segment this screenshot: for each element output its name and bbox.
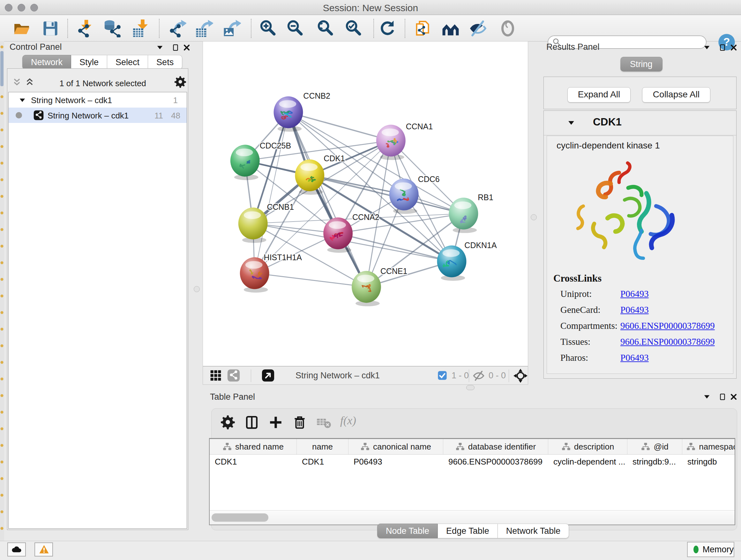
node-CCNE1[interactable] — [352, 271, 381, 307]
toolbar-separator — [251, 19, 252, 38]
edge-CCNE1-HIST1H1A[interactable] — [255, 273, 366, 287]
column-header-description[interactable]: description — [548, 439, 627, 454]
crosslink-link[interactable]: P06493 — [620, 289, 649, 299]
tab-style[interactable]: Style — [71, 55, 107, 70]
collection-count: 1 — [173, 96, 178, 105]
tab-sets[interactable]: Sets — [148, 55, 182, 70]
save-session-icon[interactable] — [42, 19, 59, 37]
node-CCNB2[interactable] — [274, 97, 303, 132]
delete-column-icon[interactable] — [292, 415, 307, 430]
control-panel-collapse-icon[interactable] — [156, 44, 164, 52]
crosslink-link[interactable]: 9606.ENSP00000378699 — [620, 336, 715, 347]
control-panel-close-icon[interactable] — [183, 44, 191, 52]
tab-edge-table[interactable]: Edge Table — [438, 523, 498, 538]
network-collection-row[interactable]: String Network – cdk1 1 — [9, 92, 187, 108]
tab-string[interactable]: String — [620, 57, 663, 71]
export-network-icon[interactable] — [169, 19, 186, 37]
network-canvas[interactable]: CCNB2CCNB2CCNA1CCNA1CDC25BCDC25BCDK1CDK1… — [203, 41, 528, 366]
results-panel-float-icon[interactable] — [718, 44, 727, 52]
column-header-name[interactable]: name — [297, 439, 348, 454]
column-header-shared-name[interactable]: shared name — [210, 439, 297, 454]
node-HIST1H1A[interactable] — [240, 257, 269, 293]
refresh-network-icon[interactable] — [378, 19, 396, 37]
collection-expand-icon[interactable] — [18, 96, 26, 105]
control-panel-float-icon[interactable] — [172, 44, 180, 52]
results-panel-close-icon[interactable] — [730, 44, 738, 52]
node-CDKN1A[interactable] — [437, 246, 467, 281]
warnings-button[interactable] — [35, 543, 53, 557]
open-session-icon[interactable] — [13, 19, 30, 37]
hide-selected-icon[interactable] — [469, 19, 487, 37]
detach-view-icon[interactable] — [262, 369, 274, 382]
expand-all-networks-icon[interactable] — [25, 77, 35, 87]
horizontal-splitter-handle[interactable] — [466, 385, 475, 390]
table-horizontal-scrollbar[interactable] — [210, 510, 735, 524]
tab-network-table[interactable]: Network Table — [498, 523, 569, 538]
grid-view-icon[interactable] — [209, 369, 222, 382]
column-header-@id[interactable]: @id — [627, 439, 682, 454]
string-network-graph[interactable]: CCNB2CCNB2CCNA1CCNA1CDC25BCDC25BCDK1CDK1… — [203, 42, 528, 366]
section-collapse-icon[interactable] — [567, 118, 576, 127]
memory-button[interactable]: Memory — [687, 542, 734, 557]
column-header-namespace[interactable]: namespace — [682, 439, 735, 454]
table-cell[interactable]: stringdb — [682, 454, 735, 469]
node-section-header[interactable]: CDK1 — [544, 111, 736, 135]
node-RB1[interactable] — [449, 198, 478, 233]
collapse-all-button[interactable]: Collapse All — [642, 87, 711, 103]
import-network-from-database-icon[interactable] — [104, 19, 121, 37]
main-toolbar: ? — [0, 15, 741, 42]
table-cell[interactable]: 9606.ENSP00000378699 — [443, 454, 548, 469]
table-scrollbar-thumb[interactable] — [212, 513, 268, 522]
string-view-icon[interactable] — [227, 369, 240, 382]
expand-all-button[interactable]: Expand All — [567, 87, 630, 103]
show-graphics-details-icon[interactable] — [499, 19, 517, 37]
duplicate-network-icon[interactable] — [414, 19, 432, 37]
zoom-fit-icon[interactable] — [317, 19, 334, 37]
add-column-icon[interactable] — [268, 415, 283, 430]
column-header-canonical-name[interactable]: canonical name — [348, 439, 443, 454]
table-panel-collapse-icon[interactable] — [703, 393, 711, 401]
table-cell[interactable]: CDK1 — [297, 454, 348, 469]
hidden-eye-slash-icon[interactable] — [473, 370, 485, 382]
left-splitter-handle[interactable] — [194, 286, 200, 292]
export-image-icon[interactable] — [223, 19, 241, 37]
cloud-status-button[interactable] — [7, 543, 26, 557]
column-header-database-identifier[interactable]: database identifier — [443, 439, 548, 454]
crosslink-link[interactable]: P06493 — [620, 305, 649, 315]
table-cell[interactable]: CDK1 — [210, 454, 297, 469]
delete-table-icon[interactable] — [316, 415, 331, 430]
tab-network[interactable]: Network — [22, 55, 71, 70]
zoom-out-icon[interactable] — [286, 19, 304, 37]
birdseye-crosshair-icon[interactable] — [513, 368, 528, 383]
zoom-in-icon[interactable] — [259, 19, 277, 37]
results-panel-title: Results Panel — [546, 42, 600, 52]
collapse-all-networks-icon[interactable] — [12, 77, 22, 87]
tab-node-table[interactable]: Node Table — [377, 523, 438, 538]
import-table-from-file-icon[interactable] — [131, 19, 149, 37]
crosslink-link[interactable]: 9606.ENSP00000378699 — [620, 320, 715, 331]
table-cell[interactable]: cyclin-dependent ... — [548, 454, 627, 469]
crosslink-link[interactable]: P06493 — [620, 353, 649, 363]
table-cell[interactable]: P06493 — [348, 454, 443, 469]
right-splitter-handle[interactable] — [531, 214, 537, 220]
table-panel-close-icon[interactable] — [730, 393, 738, 401]
export-table-icon[interactable] — [195, 19, 213, 37]
first-neighbors-icon[interactable] — [442, 19, 460, 37]
node-CDC25B[interactable] — [230, 145, 260, 180]
tab-select[interactable]: Select — [107, 55, 148, 70]
table-row[interactable]: CDK1CDK1P064939606.ENSP00000378699cyclin… — [210, 454, 735, 469]
import-network-from-file-icon[interactable] — [76, 19, 94, 37]
network-options-gear-icon[interactable] — [174, 76, 186, 88]
table-panel-float-icon[interactable] — [718, 393, 727, 401]
node-CCNB1[interactable] — [239, 207, 268, 243]
toggle-columns-icon[interactable] — [245, 415, 259, 430]
function-builder-icon[interactable]: f(x) — [340, 414, 356, 427]
network-row[interactable]: String Network – cdk1 11 48 — [9, 108, 187, 123]
node-CCNA1[interactable] — [376, 125, 406, 160]
edge-CCNB2-HIST1H1A[interactable] — [255, 112, 288, 273]
table-settings-icon[interactable] — [220, 415, 235, 430]
results-panel-collapse-icon[interactable] — [703, 44, 711, 52]
zoom-selected-icon[interactable] — [345, 19, 362, 37]
selected-checkbox-icon[interactable] — [437, 371, 447, 380]
table-cell[interactable]: stringdb:9... — [627, 454, 682, 469]
